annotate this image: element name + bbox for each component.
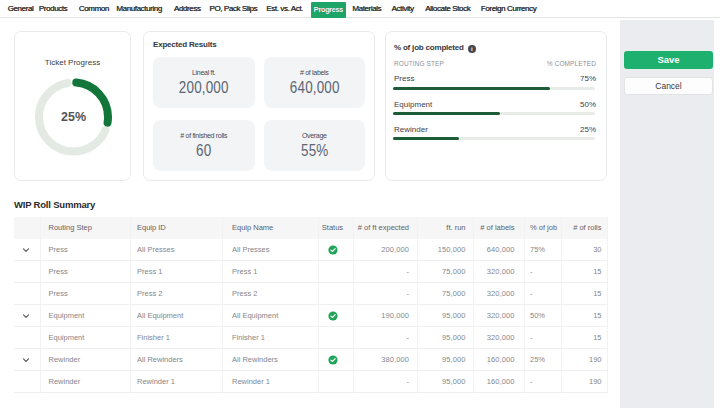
svg-text:25%: 25%	[61, 110, 86, 124]
